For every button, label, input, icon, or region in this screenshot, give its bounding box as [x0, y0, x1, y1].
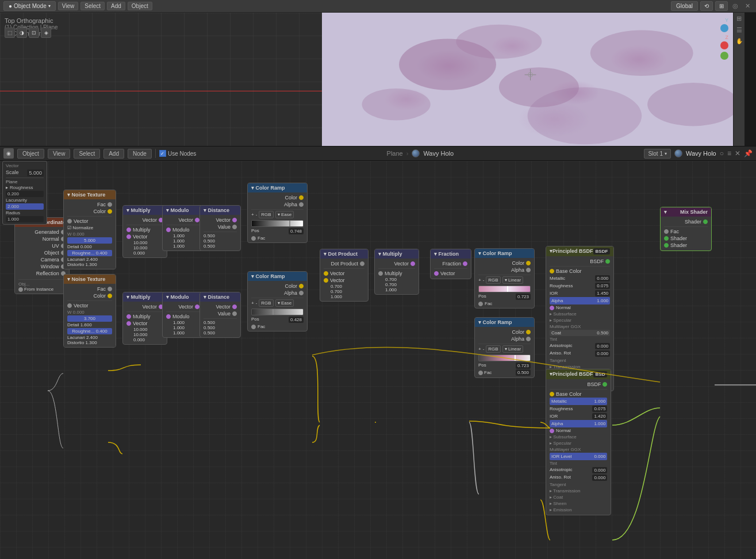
material-options-icon[interactable]: ○ — [720, 149, 724, 157]
dp-out — [360, 261, 364, 266]
viewport-icon-2[interactable]: ◑ — [17, 28, 27, 38]
breadcrumb-plane: Plane — [387, 150, 403, 157]
n2-fac-out — [108, 287, 112, 291]
node-dot-product[interactable]: ▾ Dot Product Dot Product Vector Vector … — [320, 249, 369, 302]
object-menu[interactable]: Object — [128, 2, 152, 10]
cr4-alpha-out — [526, 268, 531, 272]
breadcrumb-material: Wavy Holo — [423, 150, 454, 157]
node-distance-1[interactable]: ▾ Distance Vector Value 0.500 0.500 0.50… — [199, 205, 241, 251]
cr4-color-out — [526, 261, 531, 265]
node-color-ramp-3[interactable]: ▾ Color Ramp Color Alpha + - RGB ▾ Linea… — [474, 317, 535, 378]
m1-vec-in — [126, 228, 131, 232]
node-color-ramp-2[interactable]: ▾ Color Ramp Color Alpha + - RGB ▾ Ease … — [247, 271, 308, 331]
material-pin-icon[interactable]: 📌 — [744, 149, 753, 157]
horizon-line — [0, 91, 322, 91]
add-menu[interactable]: Add — [107, 2, 125, 10]
p2-base-in — [550, 392, 554, 396]
d1-val-out — [232, 225, 237, 229]
dp-vec-in2 — [324, 278, 328, 283]
node-node-btn[interactable]: Node — [128, 149, 152, 159]
node-modulo-2[interactable]: ▾ Modulo Vector Modulo 1.000 1.000 1.000 — [162, 292, 204, 338]
snap-icons[interactable]: ⊞ — [715, 1, 728, 11]
dp-vec-in — [324, 271, 328, 276]
breadcrumb-material-icon — [412, 149, 420, 157]
material-browse-icon[interactable]: ≡ — [727, 149, 731, 157]
cr1-alpha-out — [299, 202, 304, 207]
m3-out — [410, 261, 415, 266]
proportional-icon[interactable]: ◎ — [730, 1, 740, 11]
node-color-ramp-4[interactable]: ▾ Color Ramp Color Alpha + - RGB ▾ Linea… — [474, 248, 535, 309]
node-noise-2[interactable]: ▾ Noise Texture Fac Color Vector W 0.000… — [63, 274, 116, 348]
node-noise-1[interactable]: ▾ Noise Texture Fac Color Vector ☑ Norma… — [63, 190, 116, 269]
node-distance-2[interactable]: ▾ Distance Vector Value 0.500 0.500 0.50… — [199, 292, 241, 338]
slot-selector[interactable]: Slot 1 ▾ — [644, 149, 671, 159]
mod2-out — [195, 304, 199, 309]
object-mode-dropdown[interactable]: ● Object Mode ▾ — [3, 1, 56, 11]
node-mix-shader[interactable]: ▾ Mix Shader Shader Fac Shader Shader — [660, 207, 712, 251]
m3-in — [378, 271, 383, 276]
node-principled-2[interactable]: ▾ Principled BSDF BSD BSDF Base Color Me… — [546, 369, 611, 515]
global-dropdown[interactable]: Global — [671, 1, 698, 11]
mod2-in — [166, 314, 171, 319]
node-multiply-1[interactable]: ▾ Multiply Vector Multiply Vector 10.000… — [122, 205, 167, 258]
use-nodes-toggle[interactable]: ✓ Use Nodes — [159, 150, 196, 157]
node-multiply-2[interactable]: ▾ Multiply Vector Multiply Vector 10.000… — [122, 292, 167, 345]
n1-fac-out — [108, 202, 112, 207]
vector-small-panel: Vector Scale 5.000 Plane ▸ Roughness 0.2… — [2, 161, 47, 225]
material-close-icon[interactable]: ✕ — [735, 149, 740, 157]
node-texture-coordinate[interactable]: Texture Coordinate Generated Normal UV O… — [14, 217, 70, 294]
p1-bsdf-out — [605, 259, 610, 264]
node-editor-header: ◉ Object View Select Add Node ✓ Use Node… — [0, 146, 756, 161]
node-modulo-1[interactable]: ▾ Modulo Vector Modulo 1.000 1.000 1.000 — [162, 205, 204, 251]
sidebar-icon-1[interactable]: ⊞ — [735, 15, 744, 24]
viewport-icon-3[interactable]: ⊡ — [29, 28, 39, 38]
sidebar-icon-2[interactable]: ☰ — [735, 26, 744, 36]
svg-point-2 — [590, 30, 693, 76]
p2-bsdf-out — [603, 382, 607, 387]
mix-shader2-in — [664, 243, 669, 248]
viewport-3d: Top Orthographic (1) Collection | Plane … — [0, 13, 322, 146]
p1-base-in — [550, 269, 554, 273]
view-menu[interactable]: View — [58, 2, 79, 10]
material-name-display: Wavy Holo — [686, 150, 716, 157]
transform-icons[interactable]: ⟲ — [700, 1, 713, 11]
node-view-btn[interactable]: View — [48, 149, 71, 159]
svg-point-6 — [647, 83, 739, 126]
close-btn[interactable]: ✕ — [743, 1, 753, 11]
node-select-btn[interactable]: Select — [74, 149, 100, 159]
m2-vec-in — [126, 314, 131, 319]
cr3-fac-in — [478, 371, 483, 375]
svg-point-5 — [456, 25, 542, 59]
n1-vec-in — [67, 219, 72, 223]
mod1-in — [166, 228, 171, 232]
node-color-ramp-1[interactable]: ▾ Color Ramp Color Alpha + - RGB ▾ Ease … — [247, 183, 308, 243]
tc-from-instance — [18, 287, 23, 292]
object-mode-icon: ● — [9, 3, 12, 9]
node-editor: Texture Coordinate Generated Normal UV O… — [0, 161, 756, 559]
cr2-color-out — [299, 284, 304, 288]
viewport-icon-4[interactable]: ◈ — [41, 28, 51, 38]
d1-vec-out — [232, 218, 237, 222]
breadcrumb-separator: › — [406, 150, 409, 157]
n2-vec-in — [67, 303, 72, 308]
node-add-btn[interactable]: Add — [103, 149, 124, 159]
sidebar-icon-3[interactable]: ✋ — [735, 38, 744, 47]
p1-normal-in — [550, 306, 554, 310]
cr4-fac-in — [478, 302, 483, 306]
p2-normal-in — [550, 429, 554, 433]
node-fraction[interactable]: ▾ Fraction Fraction Vector — [430, 249, 471, 279]
mix-fac-in — [664, 229, 669, 234]
m1-vec-in2 — [126, 234, 131, 239]
use-nodes-checkbox[interactable]: ✓ — [159, 150, 166, 157]
dropdown-arrow-icon: ▾ — [48, 3, 51, 9]
cr1-fac-in — [251, 236, 256, 241]
frac-out — [463, 261, 467, 266]
mix-shader1-in — [664, 236, 669, 241]
select-menu[interactable]: Select — [80, 2, 105, 10]
svg-point-3 — [362, 88, 431, 121]
node-object-btn[interactable]: Object — [17, 149, 44, 159]
viewport-icon-1[interactable]: ⬚ — [5, 28, 15, 38]
n1-color-out — [108, 209, 112, 214]
node-editor-icon: ◉ — [3, 148, 14, 159]
node-multiply-3[interactable]: ▾ Multiply Vector Multiply 0.700 0.700 1… — [374, 249, 419, 295]
